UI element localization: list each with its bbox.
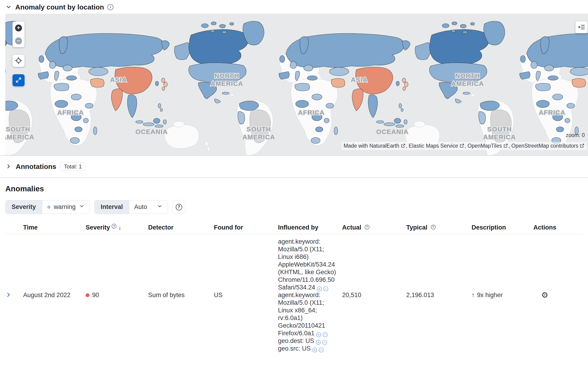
attribution-text: , OpenStreetMap contributors bbox=[508, 143, 578, 149]
map-panel-collapse-button[interactable] bbox=[5, 4, 12, 11]
interval-selected-value: Auto bbox=[134, 203, 147, 211]
col-header-description: Description bbox=[472, 224, 533, 231]
row-expand-button[interactable] bbox=[5, 292, 11, 299]
question-icon: ? bbox=[112, 224, 116, 229]
divider bbox=[0, 178, 588, 178]
world-map-canvas: ASIA NORTH AMERICA AFRICA OCEANIA SOUTH … bbox=[5, 14, 588, 155]
map-legend-toggle-button[interactable] bbox=[576, 21, 588, 33]
question-icon: ? bbox=[176, 204, 182, 210]
geo-label-north-america-2: AMERICA bbox=[210, 80, 243, 87]
row-actions-button[interactable]: ⚙ bbox=[540, 291, 550, 299]
add-filter-icon[interactable]: + bbox=[317, 286, 322, 291]
interval-help-button[interactable]: ? bbox=[172, 200, 185, 214]
influencer-value: geo.src: US bbox=[278, 345, 311, 352]
attribution-link[interactable]: , OpenMapTiles bbox=[465, 143, 509, 149]
severity-sort-button[interactable]: Severity ? ↓ bbox=[86, 224, 121, 231]
cell-description: ↑ 9x higher bbox=[472, 291, 533, 299]
map-zoom-controls: + − bbox=[12, 21, 24, 47]
anomalies-filters: Severity warning Interval Auto bbox=[5, 200, 583, 214]
influencer-value: geo.dest: US bbox=[278, 337, 314, 344]
actual-header-label: Actual bbox=[342, 224, 361, 231]
external-link-icon bbox=[580, 143, 584, 149]
map-zoom-in-button[interactable]: + bbox=[12, 21, 24, 34]
attribution-text: , OpenMapTiles bbox=[465, 143, 502, 149]
cell-found-for: US bbox=[214, 291, 278, 299]
severity-header-label: Severity bbox=[86, 224, 110, 231]
col-header-typical: Typical ? bbox=[406, 224, 472, 231]
geo-label-asia: ASIA bbox=[110, 76, 127, 83]
remove-filter-icon[interactable]: − bbox=[322, 340, 327, 345]
geo-label-north-america-1: NORTH bbox=[214, 72, 239, 79]
attribution-link[interactable]: Made with NaturalEarth bbox=[344, 143, 406, 149]
chevron-down-icon bbox=[5, 4, 12, 11]
map-attribution: Made with NaturalEarth , Elastic Maps Se… bbox=[342, 142, 587, 150]
map-fit-to-data-button[interactable] bbox=[12, 55, 24, 67]
severity-filter-label: Severity bbox=[6, 200, 42, 214]
legend-collapse-icon bbox=[578, 24, 585, 31]
chevron-down-icon bbox=[79, 203, 84, 211]
question-icon: ? bbox=[431, 225, 436, 229]
cell-actual: 20,510 bbox=[342, 291, 406, 299]
influencer-value: agent.keyword: Mozilla/5.0 (X11; Linux x… bbox=[278, 291, 325, 337]
anomalies-section: Anomalies Severity warning Interval Auto bbox=[0, 184, 588, 352]
annotations-panel-header: Annotations Total: 1 bbox=[0, 156, 588, 177]
attribution-link[interactable]: , Elastic Maps Service bbox=[406, 143, 465, 149]
critical-severity-dot-icon bbox=[86, 293, 89, 297]
zoom-out-icon: − bbox=[15, 38, 22, 44]
annotations-expand-button[interactable] bbox=[5, 163, 12, 170]
zoom-in-icon: + bbox=[15, 24, 22, 31]
severity-select[interactable]: warning bbox=[42, 200, 90, 214]
warning-severity-dot-icon bbox=[47, 206, 51, 209]
info-icon[interactable]: i bbox=[107, 4, 114, 10]
annotations-total-badge: Total: 1 bbox=[60, 162, 85, 171]
col-header-actions: Actions bbox=[533, 224, 583, 231]
remove-filter-icon[interactable]: − bbox=[323, 332, 327, 337]
description-text: 9x higher bbox=[477, 291, 503, 299]
map-panel-header: Anomaly count by location i bbox=[0, 0, 588, 14]
interval-select[interactable]: Auto bbox=[129, 200, 168, 214]
col-header-severity: Severity ? ↓ bbox=[86, 224, 148, 231]
remove-filter-icon[interactable]: − bbox=[323, 286, 328, 291]
cell-severity: 90 bbox=[86, 291, 148, 299]
col-header-found-for: Found for bbox=[214, 224, 278, 231]
interval-filter-label: Interval bbox=[95, 200, 129, 214]
influencers-list: agent.keyword: Mozilla/5.0 (X11; Linux i… bbox=[278, 238, 336, 352]
anomaly-table-row: August 2nd 2022 90 Sum of bytes US agent… bbox=[5, 234, 583, 352]
col-header-influenced-by: Influenced by bbox=[278, 224, 342, 231]
question-icon: ? bbox=[365, 225, 369, 229]
attribution-text: Made with NaturalEarth bbox=[344, 143, 399, 149]
geo-label-south-america-1: SOUTH bbox=[247, 126, 271, 133]
anomalies-table: Time Severity ? ↓ Detector Found for Inf… bbox=[5, 224, 583, 352]
severity-selected-value: warning bbox=[54, 203, 76, 211]
chevron-right-icon bbox=[5, 163, 12, 170]
add-filter-icon[interactable]: + bbox=[316, 332, 321, 337]
geo-label-africa: AFRICA bbox=[57, 109, 84, 116]
severity-score: 90 bbox=[92, 291, 99, 299]
map-zoom-out-button[interactable]: − bbox=[12, 34, 24, 47]
cell-influenced-by: agent.keyword: Mozilla/5.0 (X11; Linux i… bbox=[278, 238, 342, 352]
add-filter-icon[interactable]: + bbox=[316, 340, 321, 345]
map-zoom-level: zoom: 0 bbox=[566, 132, 585, 138]
arrow-up-icon: ↑ bbox=[472, 291, 475, 299]
external-link-icon bbox=[401, 143, 405, 149]
attribution-link[interactable]: , OpenStreetMap contributors bbox=[508, 143, 585, 149]
cell-typical: 2,196.013 bbox=[406, 291, 472, 299]
expand-icon bbox=[15, 77, 22, 84]
cell-detector: Sum of bytes bbox=[148, 291, 214, 299]
sort-desc-icon: ↓ bbox=[118, 224, 121, 231]
map-fullscreen-button[interactable] bbox=[12, 74, 24, 86]
severity-filter-group: Severity warning bbox=[5, 200, 90, 214]
add-filter-icon[interactable]: + bbox=[312, 348, 317, 352]
col-header-actual: Actual ? bbox=[342, 224, 406, 231]
map-panel-title: Anomaly count by location bbox=[15, 3, 104, 11]
anomaly-explorer-page: Anomaly count by location i bbox=[0, 0, 588, 373]
annotations-title: Annotations bbox=[16, 163, 56, 171]
col-header-time: Time bbox=[23, 224, 86, 231]
influencer-value: agent.keyword: Mozilla/5.0 (X11; Linux i… bbox=[278, 238, 336, 291]
col-header-detector: Detector bbox=[148, 224, 214, 231]
geo-label-south-america-2: AMERICA bbox=[242, 134, 275, 141]
anomaly-map[interactable]: ASIA NORTH AMERICA AFRICA OCEANIA SOUTH … bbox=[5, 14, 588, 155]
remove-filter-icon[interactable]: − bbox=[319, 348, 324, 352]
external-link-icon bbox=[460, 143, 464, 149]
crosshair-icon bbox=[15, 57, 22, 65]
